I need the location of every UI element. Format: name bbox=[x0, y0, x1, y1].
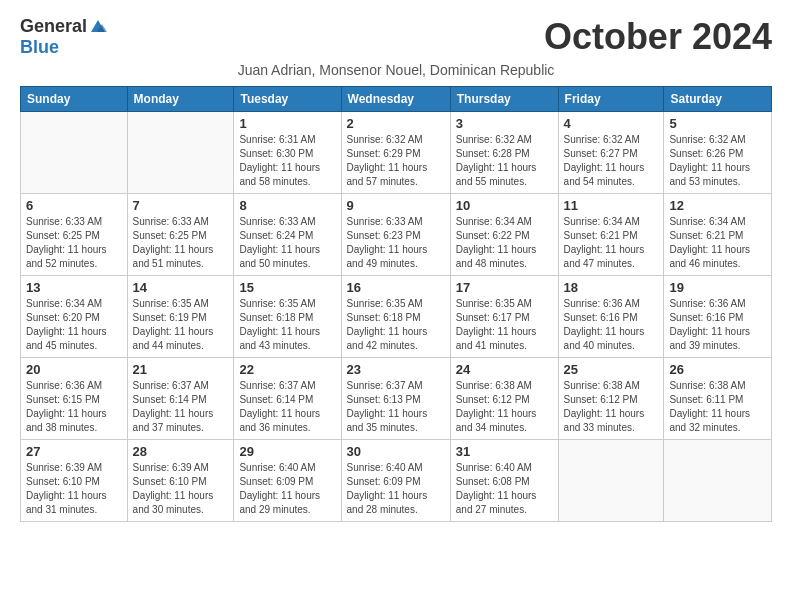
calendar-cell: 2Sunrise: 6:32 AM Sunset: 6:29 PM Daylig… bbox=[341, 112, 450, 194]
day-number: 23 bbox=[347, 362, 445, 377]
day-info: Sunrise: 6:35 AM Sunset: 6:18 PM Dayligh… bbox=[239, 297, 335, 353]
day-info: Sunrise: 6:32 AM Sunset: 6:29 PM Dayligh… bbox=[347, 133, 445, 189]
day-info: Sunrise: 6:35 AM Sunset: 6:19 PM Dayligh… bbox=[133, 297, 229, 353]
logo-general: General bbox=[20, 16, 87, 37]
day-info: Sunrise: 6:33 AM Sunset: 6:23 PM Dayligh… bbox=[347, 215, 445, 271]
day-info: Sunrise: 6:40 AM Sunset: 6:09 PM Dayligh… bbox=[239, 461, 335, 517]
calendar-cell bbox=[21, 112, 128, 194]
day-number: 30 bbox=[347, 444, 445, 459]
calendar-cell: 27Sunrise: 6:39 AM Sunset: 6:10 PM Dayli… bbox=[21, 440, 128, 522]
day-info: Sunrise: 6:33 AM Sunset: 6:25 PM Dayligh… bbox=[133, 215, 229, 271]
month-title: October 2024 bbox=[544, 16, 772, 58]
day-number: 10 bbox=[456, 198, 553, 213]
day-number: 19 bbox=[669, 280, 766, 295]
day-info: Sunrise: 6:38 AM Sunset: 6:12 PM Dayligh… bbox=[456, 379, 553, 435]
calendar-cell: 21Sunrise: 6:37 AM Sunset: 6:14 PM Dayli… bbox=[127, 358, 234, 440]
calendar-cell: 6Sunrise: 6:33 AM Sunset: 6:25 PM Daylig… bbox=[21, 194, 128, 276]
week-row-3: 13Sunrise: 6:34 AM Sunset: 6:20 PM Dayli… bbox=[21, 276, 772, 358]
day-info: Sunrise: 6:32 AM Sunset: 6:27 PM Dayligh… bbox=[564, 133, 659, 189]
header-thursday: Thursday bbox=[450, 87, 558, 112]
calendar-cell: 29Sunrise: 6:40 AM Sunset: 6:09 PM Dayli… bbox=[234, 440, 341, 522]
logo-blue: Blue bbox=[20, 37, 59, 58]
day-info: Sunrise: 6:34 AM Sunset: 6:21 PM Dayligh… bbox=[669, 215, 766, 271]
day-number: 13 bbox=[26, 280, 122, 295]
day-number: 18 bbox=[564, 280, 659, 295]
calendar-cell: 1Sunrise: 6:31 AM Sunset: 6:30 PM Daylig… bbox=[234, 112, 341, 194]
day-number: 12 bbox=[669, 198, 766, 213]
calendar-cell: 20Sunrise: 6:36 AM Sunset: 6:15 PM Dayli… bbox=[21, 358, 128, 440]
day-number: 17 bbox=[456, 280, 553, 295]
calendar-cell: 31Sunrise: 6:40 AM Sunset: 6:08 PM Dayli… bbox=[450, 440, 558, 522]
day-number: 6 bbox=[26, 198, 122, 213]
day-number: 16 bbox=[347, 280, 445, 295]
day-number: 8 bbox=[239, 198, 335, 213]
week-row-1: 1Sunrise: 6:31 AM Sunset: 6:30 PM Daylig… bbox=[21, 112, 772, 194]
day-info: Sunrise: 6:33 AM Sunset: 6:24 PM Dayligh… bbox=[239, 215, 335, 271]
day-info: Sunrise: 6:40 AM Sunset: 6:08 PM Dayligh… bbox=[456, 461, 553, 517]
calendar-cell: 18Sunrise: 6:36 AM Sunset: 6:16 PM Dayli… bbox=[558, 276, 664, 358]
week-row-2: 6Sunrise: 6:33 AM Sunset: 6:25 PM Daylig… bbox=[21, 194, 772, 276]
day-info: Sunrise: 6:36 AM Sunset: 6:15 PM Dayligh… bbox=[26, 379, 122, 435]
day-number: 1 bbox=[239, 116, 335, 131]
day-number: 7 bbox=[133, 198, 229, 213]
calendar-table: Sunday Monday Tuesday Wednesday Thursday… bbox=[20, 86, 772, 522]
week-row-4: 20Sunrise: 6:36 AM Sunset: 6:15 PM Dayli… bbox=[21, 358, 772, 440]
calendar-cell: 9Sunrise: 6:33 AM Sunset: 6:23 PM Daylig… bbox=[341, 194, 450, 276]
day-info: Sunrise: 6:33 AM Sunset: 6:25 PM Dayligh… bbox=[26, 215, 122, 271]
day-number: 9 bbox=[347, 198, 445, 213]
calendar-cell: 8Sunrise: 6:33 AM Sunset: 6:24 PM Daylig… bbox=[234, 194, 341, 276]
calendar-cell bbox=[664, 440, 772, 522]
day-number: 3 bbox=[456, 116, 553, 131]
day-info: Sunrise: 6:36 AM Sunset: 6:16 PM Dayligh… bbox=[669, 297, 766, 353]
day-number: 20 bbox=[26, 362, 122, 377]
day-number: 28 bbox=[133, 444, 229, 459]
day-info: Sunrise: 6:35 AM Sunset: 6:17 PM Dayligh… bbox=[456, 297, 553, 353]
day-info: Sunrise: 6:37 AM Sunset: 6:13 PM Dayligh… bbox=[347, 379, 445, 435]
day-info: Sunrise: 6:32 AM Sunset: 6:28 PM Dayligh… bbox=[456, 133, 553, 189]
day-info: Sunrise: 6:34 AM Sunset: 6:21 PM Dayligh… bbox=[564, 215, 659, 271]
day-number: 11 bbox=[564, 198, 659, 213]
header-sunday: Sunday bbox=[21, 87, 128, 112]
calendar-cell: 3Sunrise: 6:32 AM Sunset: 6:28 PM Daylig… bbox=[450, 112, 558, 194]
header-saturday: Saturday bbox=[664, 87, 772, 112]
calendar-cell: 7Sunrise: 6:33 AM Sunset: 6:25 PM Daylig… bbox=[127, 194, 234, 276]
calendar-cell: 12Sunrise: 6:34 AM Sunset: 6:21 PM Dayli… bbox=[664, 194, 772, 276]
day-number: 5 bbox=[669, 116, 766, 131]
day-info: Sunrise: 6:34 AM Sunset: 6:22 PM Dayligh… bbox=[456, 215, 553, 271]
day-number: 14 bbox=[133, 280, 229, 295]
calendar-cell: 4Sunrise: 6:32 AM Sunset: 6:27 PM Daylig… bbox=[558, 112, 664, 194]
calendar-cell: 5Sunrise: 6:32 AM Sunset: 6:26 PM Daylig… bbox=[664, 112, 772, 194]
header-wednesday: Wednesday bbox=[341, 87, 450, 112]
day-info: Sunrise: 6:38 AM Sunset: 6:11 PM Dayligh… bbox=[669, 379, 766, 435]
header-friday: Friday bbox=[558, 87, 664, 112]
calendar-cell: 14Sunrise: 6:35 AM Sunset: 6:19 PM Dayli… bbox=[127, 276, 234, 358]
day-info: Sunrise: 6:39 AM Sunset: 6:10 PM Dayligh… bbox=[133, 461, 229, 517]
day-info: Sunrise: 6:37 AM Sunset: 6:14 PM Dayligh… bbox=[239, 379, 335, 435]
calendar-cell: 22Sunrise: 6:37 AM Sunset: 6:14 PM Dayli… bbox=[234, 358, 341, 440]
header-row: Sunday Monday Tuesday Wednesday Thursday… bbox=[21, 87, 772, 112]
day-number: 21 bbox=[133, 362, 229, 377]
day-number: 25 bbox=[564, 362, 659, 377]
day-number: 29 bbox=[239, 444, 335, 459]
day-number: 26 bbox=[669, 362, 766, 377]
day-info: Sunrise: 6:35 AM Sunset: 6:18 PM Dayligh… bbox=[347, 297, 445, 353]
day-number: 31 bbox=[456, 444, 553, 459]
calendar-cell: 19Sunrise: 6:36 AM Sunset: 6:16 PM Dayli… bbox=[664, 276, 772, 358]
day-info: Sunrise: 6:38 AM Sunset: 6:12 PM Dayligh… bbox=[564, 379, 659, 435]
day-info: Sunrise: 6:31 AM Sunset: 6:30 PM Dayligh… bbox=[239, 133, 335, 189]
day-number: 15 bbox=[239, 280, 335, 295]
title-section: October 2024 bbox=[544, 16, 772, 58]
day-number: 27 bbox=[26, 444, 122, 459]
header-tuesday: Tuesday bbox=[234, 87, 341, 112]
day-info: Sunrise: 6:37 AM Sunset: 6:14 PM Dayligh… bbox=[133, 379, 229, 435]
logo: General Blue bbox=[20, 16, 107, 58]
calendar-cell: 17Sunrise: 6:35 AM Sunset: 6:17 PM Dayli… bbox=[450, 276, 558, 358]
calendar-cell: 15Sunrise: 6:35 AM Sunset: 6:18 PM Dayli… bbox=[234, 276, 341, 358]
header: General Blue October 2024 bbox=[20, 16, 772, 58]
calendar-cell bbox=[558, 440, 664, 522]
calendar-cell: 28Sunrise: 6:39 AM Sunset: 6:10 PM Dayli… bbox=[127, 440, 234, 522]
day-info: Sunrise: 6:34 AM Sunset: 6:20 PM Dayligh… bbox=[26, 297, 122, 353]
day-number: 22 bbox=[239, 362, 335, 377]
calendar-cell: 23Sunrise: 6:37 AM Sunset: 6:13 PM Dayli… bbox=[341, 358, 450, 440]
day-number: 4 bbox=[564, 116, 659, 131]
